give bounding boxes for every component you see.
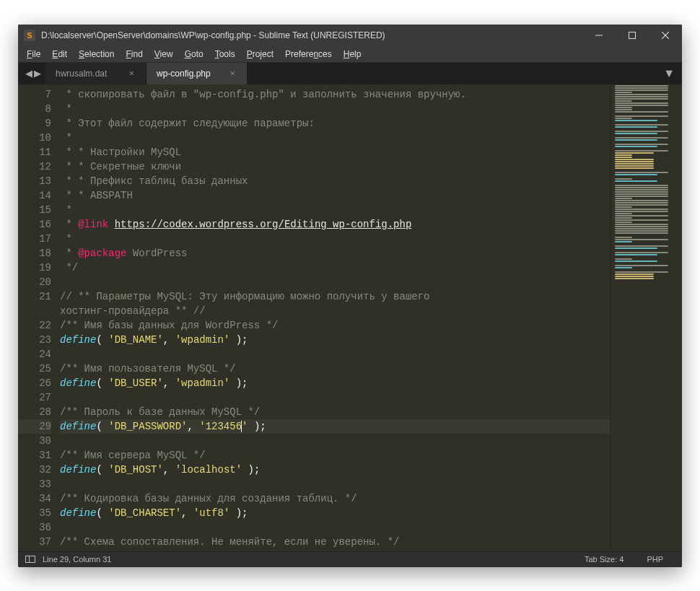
code-line[interactable]: * (60, 131, 610, 145)
code-line[interactable]: */ (60, 261, 610, 275)
code-line[interactable]: * (60, 232, 610, 246)
line-number[interactable]: 18 (18, 246, 51, 261)
tab-close-icon[interactable]: × (120, 68, 134, 79)
code-line[interactable]: define( 'DB_PASSWORD', '123456' ); (60, 419, 610, 434)
line-number[interactable]: 13 (18, 174, 51, 188)
menu-selection[interactable]: Selection (73, 48, 120, 61)
code-line[interactable]: /** Имя пользователя MySQL */ (60, 362, 610, 376)
tab-wp-config[interactable]: wp-config.php × (146, 63, 248, 84)
line-number[interactable]: 9 (18, 116, 51, 131)
code-line[interactable]: * @package WordPress (60, 246, 610, 261)
code-line[interactable] (60, 434, 610, 448)
code-line-wrap[interactable]: хостинг-провайдера ** // (60, 304, 610, 318)
title-bar[interactable]: D:\localserver\OpenServer\domains\WP\wp-… (18, 25, 682, 47)
line-number[interactable]: 26 (18, 376, 51, 390)
line-number[interactable]: 15 (18, 203, 51, 217)
code-line[interactable] (60, 347, 610, 362)
menu-file[interactable]: File (21, 48, 46, 61)
code-line[interactable]: * скопировать файл в "wp-config.php" и з… (60, 87, 610, 102)
menu-view[interactable]: View (149, 48, 179, 61)
line-number[interactable]: 28 (18, 405, 51, 419)
nav-forward-icon[interactable]: ▶ (34, 68, 41, 79)
window-title: D:\localserver\OpenServer\domains\WP\wp-… (41, 30, 582, 40)
tab-overflow-button[interactable]: ▼ (656, 63, 682, 84)
code-line[interactable]: /** Кодировка базы данных для создания т… (60, 491, 610, 506)
line-number[interactable]: 12 (18, 159, 51, 174)
code-line[interactable]: * * Настройки MySQL (60, 145, 610, 159)
status-position[interactable]: Line 29, Column 31 (43, 555, 111, 564)
code-line[interactable]: /** Имя сервера MySQL */ (60, 448, 610, 463)
side-panel-toggle-icon[interactable] (25, 556, 35, 563)
line-number[interactable]: 24 (18, 347, 51, 362)
line-number[interactable]: 36 (18, 520, 51, 535)
line-number[interactable]: 31 (18, 448, 51, 463)
maximize-button[interactable] (616, 25, 649, 47)
line-number[interactable]: 23 (18, 333, 51, 347)
line-number[interactable]: 35 (18, 506, 51, 520)
code-line[interactable] (60, 477, 610, 491)
line-number[interactable]: 8 (18, 102, 51, 116)
close-button[interactable] (649, 25, 682, 47)
minimize-button[interactable] (582, 25, 616, 47)
line-number[interactable]: 25 (18, 362, 51, 376)
tab-bar: ◀ ▶ hwrusalm.dat × wp-config.php × ▼ (18, 63, 682, 84)
code-line[interactable]: * (60, 102, 610, 116)
code-line[interactable] (60, 275, 610, 289)
line-number[interactable]: 17 (18, 232, 51, 246)
code-line[interactable]: /** Схема сопоставления. Не меняйте, есл… (60, 535, 610, 549)
menu-preferences[interactable]: Preferences (279, 48, 338, 61)
nav-back-icon[interactable]: ◀ (25, 68, 32, 79)
code-line[interactable] (60, 520, 610, 535)
line-number[interactable]: 27 (18, 390, 51, 405)
code-line[interactable]: /** Пароль к базе данных MySQL */ (60, 405, 610, 419)
code-line[interactable]: // ** Параметры MySQL: Эту информацию мо… (60, 289, 610, 304)
minimap[interactable] (610, 84, 682, 551)
code-line[interactable]: /** Имя базы данных для WordPress */ (60, 318, 610, 333)
tab-hwrusalm[interactable]: hwrusalm.dat × (45, 63, 146, 84)
code-line[interactable]: define( 'DB_HOST', 'localhost' ); (60, 463, 610, 477)
line-number[interactable]: 10 (18, 131, 51, 145)
line-number[interactable]: 14 (18, 188, 51, 203)
line-number[interactable]: 29 (18, 419, 51, 434)
menu-help-label: elp (349, 49, 361, 59)
svg-rect-1 (629, 32, 636, 39)
code-line[interactable]: * * Префикс таблиц базы данных (60, 174, 610, 188)
code-line[interactable]: * (60, 203, 610, 217)
code-line[interactable]: * * Секретные ключи (60, 159, 610, 174)
menu-preferences-label: Preferences (285, 49, 332, 59)
code-line[interactable]: define( 'DB_NAME', 'wpadmin' ); (60, 333, 610, 347)
line-number[interactable]: 22 (18, 318, 51, 333)
code-line[interactable]: define( 'DB_USER', 'wpadmin' ); (60, 376, 610, 390)
menu-tools[interactable]: Tools (209, 48, 241, 61)
menu-edit-label: dit (58, 49, 67, 59)
menu-help[interactable]: Help (338, 48, 367, 61)
menu-bar: File Edit Selection Find View Goto Tools… (18, 47, 682, 63)
menu-file-label: ile (32, 49, 40, 59)
code-line[interactable]: * Этот файл содержит следующие параметры… (60, 116, 610, 131)
line-number[interactable]: 32 (18, 463, 51, 477)
line-number-gutter[interactable]: 789101112131415161718192021 222324252627… (18, 84, 60, 551)
tab-close-icon[interactable]: × (221, 68, 235, 79)
code-line[interactable]: * * ABSPATH (60, 188, 610, 203)
status-syntax[interactable]: PHP (635, 555, 675, 564)
code-area[interactable]: * скопировать файл в "wp-config.php" и з… (60, 84, 610, 551)
code-line[interactable] (60, 390, 610, 405)
code-line[interactable]: define( 'DB_CHARSET', 'utf8' ); (60, 506, 610, 520)
line-number[interactable]: 30 (18, 434, 51, 448)
code-line[interactable]: * @link https://codex.wordpress.org/Edit… (60, 217, 610, 232)
line-number[interactable]: 7 (18, 87, 51, 102)
line-number[interactable]: 34 (18, 491, 51, 506)
line-number[interactable]: 16 (18, 217, 51, 232)
menu-edit[interactable]: Edit (46, 48, 73, 61)
menu-project[interactable]: Project (241, 48, 279, 61)
line-number[interactable]: 21 (18, 289, 51, 304)
status-tab-size[interactable]: Tab Size: 4 (573, 555, 635, 564)
line-number[interactable]: 19 (18, 261, 51, 275)
line-number[interactable]: 37 (18, 535, 51, 549)
menu-find[interactable]: Find (120, 48, 148, 61)
line-number[interactable]: 20 (18, 275, 51, 289)
line-number[interactable]: 33 (18, 477, 51, 491)
menu-goto[interactable]: Goto (179, 48, 209, 61)
tab-history-nav: ◀ ▶ (21, 63, 45, 84)
line-number[interactable]: 11 (18, 145, 51, 159)
